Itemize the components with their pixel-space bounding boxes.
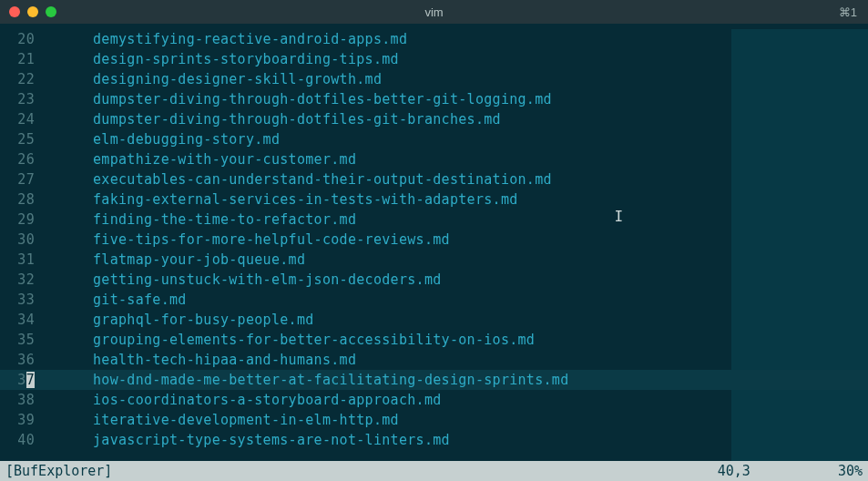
status-scroll-percent: 30% xyxy=(838,463,863,479)
status-bar: [BufExplorer] 40,3 30% xyxy=(0,461,868,481)
line-text: finding-the-time-to-refactor.md xyxy=(51,210,868,230)
line-number: 28 xyxy=(0,189,51,210)
editor-lines: 20demystifying-reactive-android-apps.md … xyxy=(0,29,868,450)
line-number: 35 xyxy=(0,330,51,350)
editor-line[interactable]: 25elm-debugging-story.md xyxy=(0,129,868,149)
editor-line[interactable]: 28faking-external-services-in-tests-with… xyxy=(0,189,868,210)
line-number: 29 xyxy=(0,210,51,230)
editor-line[interactable]: 32getting-unstuck-with-elm-json-decoders… xyxy=(0,270,868,290)
line-text: ios-coordinators-a-storyboard-approach.m… xyxy=(51,390,868,410)
status-mode: [BufExplorer] xyxy=(5,463,112,479)
line-number: 24 xyxy=(0,109,51,129)
line-number: 36 xyxy=(0,350,51,370)
line-number: 21 xyxy=(0,49,51,69)
line-number: 38 xyxy=(0,390,51,410)
editor-line[interactable]: 23dumpster-diving-through-dotfiles-bette… xyxy=(0,89,868,109)
line-number: 26 xyxy=(0,149,51,169)
editor-line[interactable]: 30five-tips-for-more-helpful-code-review… xyxy=(0,230,868,250)
editor-line[interactable]: 39iterative-development-in-elm-http.md xyxy=(0,410,868,430)
line-text: git-safe.md xyxy=(51,290,868,310)
line-number: 23 xyxy=(0,89,51,109)
line-number: 40 xyxy=(0,430,51,450)
line-text: dumpster-diving-through-dotfiles-better-… xyxy=(51,89,868,109)
line-number: 27 xyxy=(0,169,51,189)
line-text: javascript-type-systems-are-not-linters.… xyxy=(51,430,868,450)
line-text: five-tips-for-more-helpful-code-reviews.… xyxy=(51,230,868,250)
titlebar: vim ⌘1 xyxy=(0,0,868,24)
editor-viewport[interactable]: 20demystifying-reactive-android-apps.md … xyxy=(0,24,868,461)
window-controls xyxy=(0,6,56,17)
editor-line[interactable]: 34graphql-for-busy-people.md xyxy=(0,310,868,330)
close-icon[interactable] xyxy=(9,6,20,17)
line-number: 30 xyxy=(0,230,51,250)
line-number: 22 xyxy=(0,69,51,89)
line-text: demystifying-reactive-android-apps.md xyxy=(51,29,868,49)
line-text: health-tech-hipaa-and-humans.md xyxy=(51,350,868,370)
editor-line[interactable]: 26empathize-with-your-customer.md xyxy=(0,149,868,169)
line-text: dumpster-diving-through-dotfiles-git-bra… xyxy=(51,109,868,129)
editor-line[interactable]: 24dumpster-diving-through-dotfiles-git-b… xyxy=(0,109,868,129)
editor-line[interactable]: 21design-sprints-storyboarding-tips.md xyxy=(0,49,868,69)
status-cursor-position: 40,3 xyxy=(718,463,838,479)
editor-line[interactable]: 40javascript-type-systems-are-not-linter… xyxy=(0,430,868,450)
editor-line[interactable]: 27executables-can-understand-their-outpu… xyxy=(0,169,868,189)
line-text: getting-unstuck-with-elm-json-decoders.m… xyxy=(51,270,868,290)
editor-line[interactable]: 36health-tech-hipaa-and-humans.md xyxy=(0,350,868,370)
line-text: grouping-elements-for-better-accessibili… xyxy=(51,330,868,350)
line-number: 20 xyxy=(0,29,51,49)
editor-line[interactable]: 38ios-coordinators-a-storyboard-approach… xyxy=(0,390,868,410)
line-text: elm-debugging-story.md xyxy=(51,129,868,149)
line-text: graphql-for-busy-people.md xyxy=(51,310,868,330)
minimize-icon[interactable] xyxy=(27,6,38,17)
editor-line[interactable]: 29finding-the-time-to-refactor.md xyxy=(0,210,868,230)
line-number: 34 xyxy=(0,310,51,330)
terminal-window: vim ⌘1 20demystifying-reactive-android-a… xyxy=(0,0,868,481)
line-text: flatmap-your-job-queue.md xyxy=(51,250,868,270)
line-text: executables-can-understand-their-output-… xyxy=(51,169,868,189)
editor-line[interactable]: 31flatmap-your-job-queue.md xyxy=(0,250,868,270)
line-number: 25 xyxy=(0,129,51,149)
editor-line[interactable]: 33git-safe.md xyxy=(0,290,868,310)
line-text: design-sprints-storyboarding-tips.md xyxy=(51,49,868,69)
line-number: 37 xyxy=(0,370,51,390)
editor-line[interactable]: 35grouping-elements-for-better-accessibi… xyxy=(0,330,868,350)
line-text: iterative-development-in-elm-http.md xyxy=(51,410,868,430)
line-text: designing-designer-skill-growth.md xyxy=(51,69,868,89)
editor-line[interactable]: 22designing-designer-skill-growth.md xyxy=(0,69,868,89)
line-number: 39 xyxy=(0,410,51,430)
line-text: how-dnd-made-me-better-at-facilitating-d… xyxy=(51,370,868,390)
window-shortcut-hint: ⌘1 xyxy=(839,5,857,19)
window-title: vim xyxy=(0,5,868,19)
editor-line[interactable]: 20demystifying-reactive-android-apps.md xyxy=(0,29,868,49)
line-text: faking-external-services-in-tests-with-a… xyxy=(51,189,868,210)
editor-line[interactable]: 37how-dnd-made-me-better-at-facilitating… xyxy=(0,370,868,390)
line-number: 32 xyxy=(0,270,51,290)
line-number: 31 xyxy=(0,250,51,270)
line-text: empathize-with-your-customer.md xyxy=(51,149,868,169)
line-number: 33 xyxy=(0,290,51,310)
maximize-icon[interactable] xyxy=(46,6,56,17)
